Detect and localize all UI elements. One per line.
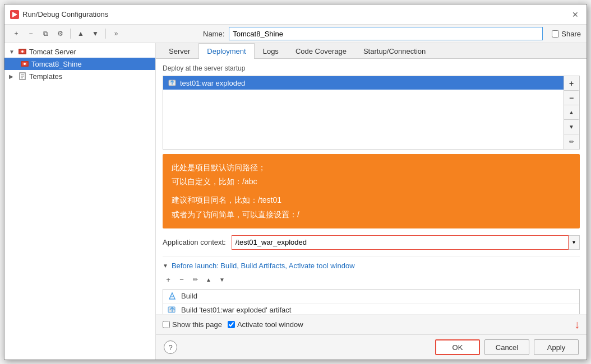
toolbar-separator — [70, 29, 71, 39]
app-context-input[interactable] — [232, 235, 569, 250]
tooltip-line2: 可以自定义，比如：/abc — [172, 175, 571, 189]
tab-startup-connection[interactable]: Startup/Connection — [355, 43, 434, 59]
right-panel: Server Deployment Logs Code Coverage Sta… — [156, 43, 587, 360]
artifact-edit-button[interactable]: ✏ — [564, 134, 579, 149]
move-up-button[interactable]: ▲ — [75, 27, 87, 40]
sidebar-item-tomcat-server[interactable]: ▼ Tomcat Server — [4, 45, 155, 58]
activate-tool-label[interactable]: Activate tool window — [228, 320, 303, 329]
add-config-button[interactable]: + — [10, 27, 22, 40]
tomcat-server-label: Tomcat Server — [29, 48, 76, 56]
tabs: Server Deployment Logs Code Coverage Sta… — [156, 43, 587, 59]
before-launch-header: ▼ Before launch: Build, Build Artifacts,… — [163, 262, 580, 270]
before-launch-label: Before launch: Build, Build Artifacts, A… — [172, 262, 355, 270]
show-page-label[interactable]: Show this page — [163, 320, 222, 329]
artifact-add-button[interactable]: + — [564, 76, 579, 91]
artifact-item-icon — [168, 78, 177, 87]
artifact-down-button[interactable]: ▼ — [564, 120, 579, 134]
tab-logs[interactable]: Logs — [255, 43, 287, 59]
launch-down-button[interactable]: ▼ — [216, 274, 228, 286]
title-bar: Run/Debug Configurations ✕ — [4, 4, 587, 25]
artifact-section: test01:war exploded + − ▲ ▼ ✏ — [163, 76, 580, 150]
activate-tool-text: Activate tool window — [237, 320, 303, 329]
tab-code-coverage[interactable]: Code Coverage — [287, 43, 355, 59]
name-input[interactable] — [229, 27, 543, 40]
show-page-text: Show this page — [172, 320, 222, 329]
tomcat8-shine-label: Tomcat8_Shine — [31, 60, 82, 68]
name-label: Name: — [203, 30, 224, 38]
svg-marker-12 — [169, 293, 175, 299]
tomcat-server-icon — [18, 47, 27, 56]
tooltip-line5: 或者为了访问简单，可以直接设置：/ — [172, 208, 571, 222]
dialog-buttons: ? OK Cancel Apply — [156, 334, 587, 360]
before-launch-toolbar: + − ✏ ▲ ▼ — [163, 274, 580, 286]
tooltip-line4: 建议和项目同名，比如：/test01 — [172, 193, 571, 207]
artifact-list: test01:war exploded — [163, 76, 564, 150]
main-content: ▼ Tomcat Server — [4, 43, 587, 360]
tooltip-line1: 此处是项目默认访问路径； — [172, 161, 571, 175]
artifact-icon — [168, 306, 177, 314]
templates-toggle: ▶ — [9, 73, 16, 80]
svg-point-3 — [21, 50, 24, 53]
tooltip-spacer — [172, 189, 571, 193]
templates-label: Templates — [29, 72, 62, 81]
app-context-dropdown[interactable]: ▾ — [569, 235, 580, 250]
copy-config-button[interactable]: ⧉ — [39, 27, 52, 40]
settings-button[interactable]: ⚙ — [54, 27, 66, 40]
tooltip-annotation: 此处是项目默认访问路径； 可以自定义，比如：/abc 建议和项目同名，比如：/t… — [163, 154, 580, 228]
artifact-item-label: test01:war exploded — [180, 79, 245, 87]
share-checkbox-row: Share — [552, 30, 581, 38]
bottom-row: Show this page Activate tool window ↓ — [156, 314, 587, 334]
close-button[interactable]: ✕ — [570, 9, 581, 20]
svg-marker-0 — [12, 12, 17, 17]
cancel-button[interactable]: Cancel — [484, 339, 529, 355]
app-context-field: ▾ — [232, 235, 580, 250]
tab-server[interactable]: Server — [160, 43, 198, 59]
run-debug-dialog: Run/Debug Configurations ✕ + − ⧉ ⚙ ▲ ▼ »… — [4, 4, 587, 360]
main-toolbar: + − ⧉ ⚙ ▲ ▼ » Name: Share — [4, 25, 587, 43]
show-page-checkbox[interactable] — [163, 321, 170, 328]
launch-up-button[interactable]: ▲ — [203, 274, 214, 286]
more-button[interactable]: » — [110, 27, 122, 40]
artifact-item[interactable]: test01:war exploded — [163, 76, 564, 90]
help-button[interactable]: ? — [164, 340, 177, 354]
left-panel: ▼ Tomcat Server — [4, 43, 156, 360]
dialog-title: Run/Debug Configurations — [22, 10, 108, 18]
toolbar-separator-2 — [105, 29, 106, 39]
share-label: Share — [561, 30, 581, 38]
tab-deployment[interactable]: Deployment — [198, 43, 254, 59]
artifact-sidebar: + − ▲ ▼ ✏ — [564, 76, 580, 150]
before-launch-toggle-icon: ▼ — [163, 263, 168, 269]
arrow-indicator: ↓ — [574, 318, 580, 331]
deploy-section-label: Deploy at the server startup — [163, 64, 580, 72]
name-row: Name: Share — [203, 27, 581, 40]
divider-1 — [163, 256, 580, 257]
launch-list: Build Build 'test01:war exploded' artifa… — [163, 289, 580, 314]
launch-add-button[interactable]: + — [163, 274, 174, 286]
apply-button[interactable]: Apply — [534, 339, 579, 355]
tomcat-server-toggle: ▼ — [9, 49, 16, 55]
share-checkbox[interactable] — [552, 30, 559, 38]
build-icon — [168, 292, 177, 301]
svg-point-6 — [24, 63, 26, 65]
launch-item-artifact-label: Build 'test01:war exploded' artifact — [181, 306, 291, 314]
artifact-up-button[interactable]: ▲ — [564, 105, 579, 120]
dialog-icon — [10, 10, 19, 19]
remove-config-button[interactable]: − — [25, 27, 37, 40]
app-context-label: Application context: — [163, 238, 226, 246]
templates-icon — [18, 72, 27, 81]
tomcat8-shine-icon — [20, 59, 29, 68]
launch-item-artifact[interactable]: Build 'test01:war exploded' artifact — [163, 304, 579, 314]
launch-item-build[interactable]: Build — [163, 290, 579, 304]
ok-button[interactable]: OK — [435, 339, 480, 355]
sidebar-item-tomcat8-shine[interactable]: Tomcat8_Shine — [4, 58, 155, 70]
move-down-button[interactable]: ▼ — [89, 27, 101, 40]
sidebar-item-templates[interactable]: ▶ Templates — [4, 70, 155, 82]
launch-item-build-label: Build — [181, 292, 197, 300]
activate-tool-checkbox[interactable] — [228, 321, 235, 328]
tab-deployment-content: Deploy at the server startup — [156, 59, 587, 314]
launch-edit-button[interactable]: ✏ — [190, 274, 201, 286]
app-context-row: Application context: ▾ — [163, 235, 580, 250]
artifact-remove-button[interactable]: − — [564, 91, 579, 105]
launch-remove-button[interactable]: − — [176, 274, 187, 286]
title-bar-left: Run/Debug Configurations — [10, 10, 108, 19]
